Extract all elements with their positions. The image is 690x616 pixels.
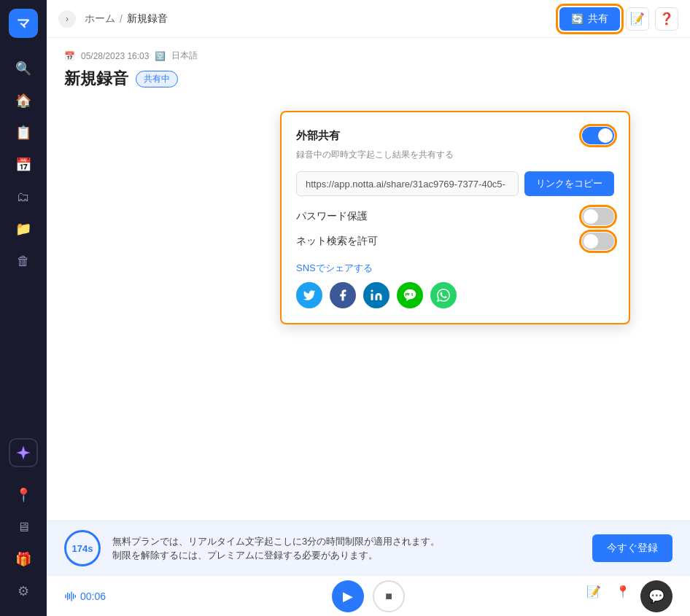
password-toggle[interactable] [582, 208, 614, 225]
breadcrumb-current: 新規録音 [127, 12, 168, 26]
chat-icon: 💬 [648, 588, 664, 604]
recording-time: 00:06 [64, 590, 106, 602]
breadcrumb: ホーム / 新規録音 [85, 12, 168, 26]
calendar-icon: 📅 [64, 51, 75, 61]
banner-text: 無料プランでは、リアルタイム文字起こしに3分の時間制限が適用されます。 制限を解… [112, 534, 581, 563]
sidebar: マ 🔍 🏠 📋 📅 🗂 📁 🗑 📍 🖥 🎁 ⚙ [0, 0, 47, 616]
password-label: パスワード保護 [296, 210, 368, 223]
share-icon: 🔄 [571, 13, 584, 25]
collapse-sidebar-button[interactable]: › [58, 10, 76, 28]
chat-button[interactable]: 💬 [640, 580, 672, 612]
sidebar-item-trash[interactable]: 🗑 [10, 248, 36, 274]
search-toggle[interactable] [582, 233, 614, 250]
help-icon-button[interactable]: ❓ [655, 7, 678, 31]
sns-label: SNSでシェアする [296, 262, 614, 275]
bottom-toolbar: 00:06 ▶ ■ 📝 📍 💬 [47, 575, 690, 616]
sns-icons [296, 282, 614, 308]
twitter-share-button[interactable] [296, 282, 322, 308]
timer-circle: 174s [64, 530, 101, 566]
sidebar-item-monitor[interactable]: 🖥 [10, 514, 36, 540]
bottom-banner: 174s 無料プランでは、リアルタイム文字起こしに3分の時間制限が適用されます。… [47, 521, 690, 575]
search-option-row: ネット検索を許可 [296, 233, 614, 250]
share-popup: 外部共有 録音中の即時文字起こし結果を共有する リンクをコピー パスワード保護 … [280, 111, 630, 324]
breadcrumb-separator: / [120, 13, 123, 25]
whatsapp-share-button[interactable] [430, 282, 457, 308]
sns-section: SNSでシェアする [296, 262, 614, 308]
share-url-input[interactable] [296, 171, 519, 196]
play-icon: ▶ [343, 588, 353, 604]
sidebar-item-folders[interactable]: 🗂 [10, 184, 36, 210]
svg-rect-1 [65, 594, 66, 598]
svg-rect-4 [71, 591, 71, 601]
main-content: › ホーム / 新規録音 🔄 共有 📝 ❓ 📅 05/28/2023 16:03… [47, 0, 690, 616]
stop-icon: ■ [385, 590, 392, 603]
linkedin-share-button[interactable] [363, 282, 389, 308]
copy-link-button[interactable]: リンクをコピー [524, 171, 614, 196]
timer-value: 174s [72, 543, 93, 554]
facebook-share-button[interactable] [330, 282, 356, 308]
popup-header: 外部共有 [296, 127, 614, 144]
toolbar-center: ▶ ■ [332, 580, 405, 612]
content-area: 📅 05/28/2023 16:03 🈳 日本語 新規録音 共有中 外部共有 録… [47, 38, 690, 521]
doc-title: 新規録音 [64, 68, 128, 90]
subtitles-icon[interactable]: 📝 [582, 580, 605, 604]
sidebar-item-home[interactable]: 🏠 [10, 87, 36, 114]
doc-language: 日本語 [171, 50, 198, 62]
popup-title: 外部共有 [296, 129, 340, 143]
sidebar-item-files[interactable]: 📁 [10, 216, 36, 242]
sidebar-item-calendar[interactable]: 📅 [10, 152, 36, 178]
popup-subtitle: 録音中の即時文字起こし結果を共有する [296, 149, 614, 161]
location-pin-icon[interactable]: 📍 [611, 580, 635, 604]
translate-icon: 🈳 [155, 51, 166, 61]
svg-rect-2 [67, 592, 68, 600]
doc-date: 05/28/2023 16:03 [81, 51, 149, 61]
recording-time-value: 00:06 [80, 590, 106, 602]
doc-title-row: 新規録音 共有中 [64, 68, 672, 90]
share-button[interactable]: 🔄 共有 [559, 7, 620, 31]
toolbar-right: 📝 📍 💬 [582, 580, 672, 612]
doc-meta: 📅 05/28/2023 16:03 🈳 日本語 [64, 50, 672, 62]
register-button[interactable]: 今すぐ登録 [592, 534, 672, 562]
url-row: リンクをコピー [296, 171, 614, 196]
external-share-toggle[interactable] [582, 127, 614, 144]
sidebar-item-notes[interactable]: 📋 [10, 120, 36, 146]
sidebar-item-location[interactable]: 📍 [10, 482, 36, 508]
svg-rect-6 [75, 595, 76, 598]
line-share-button[interactable] [397, 282, 423, 308]
svg-rect-5 [73, 593, 74, 599]
search-label: ネット検索を許可 [296, 235, 378, 248]
sidebar-logo[interactable]: マ [9, 9, 38, 38]
breadcrumb-home[interactable]: ホーム [85, 12, 115, 26]
stop-button[interactable]: ■ [373, 580, 405, 612]
password-option-row: パスワード保護 [296, 208, 614, 225]
notes-icon-button[interactable]: 📝 [626, 7, 649, 31]
svg-rect-3 [69, 593, 70, 599]
sidebar-item-search[interactable]: 🔍 [10, 55, 36, 82]
svg-point-0 [371, 290, 373, 292]
sidebar-item-settings[interactable]: ⚙ [10, 578, 36, 604]
play-button[interactable]: ▶ [332, 580, 364, 612]
banner-line1: 無料プランでは、リアルタイム文字起こしに3分の時間制限が適用されます。 [112, 534, 581, 549]
waveform-icon [64, 590, 76, 602]
sidebar-ai-button[interactable] [9, 438, 38, 467]
topbar-actions: 🔄 共有 📝 ❓ [559, 7, 678, 31]
sidebar-item-gift[interactable]: 🎁 [10, 546, 36, 572]
banner-line2: 制限を解除するには、プレミアムに登録する必要があります。 [112, 548, 581, 563]
topbar: › ホーム / 新規録音 🔄 共有 📝 ❓ [47, 0, 690, 38]
shared-badge: 共有中 [136, 71, 178, 87]
